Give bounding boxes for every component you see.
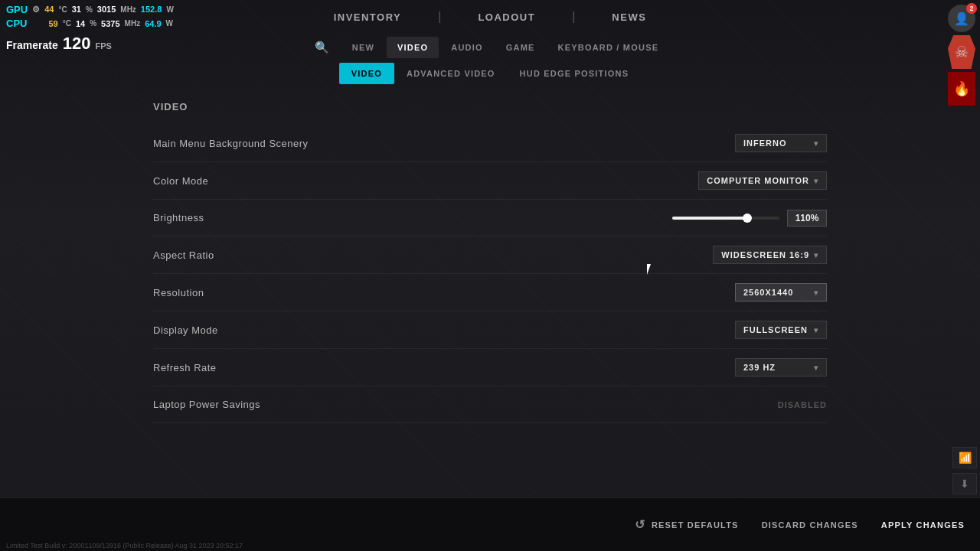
dropdown-display-mode[interactable]: FULLSCREEN ▾ [735, 321, 827, 339]
tab-keyboard-mouse[interactable]: KEYBOARD / MOUSE [547, 37, 670, 58]
laptop-power-disabled: DISABLED [778, 400, 827, 409]
dropdown-refresh-rate[interactable]: 239 HZ ▾ [735, 358, 827, 377]
setting-control-refresh-rate: 239 HZ ▾ [689, 358, 827, 377]
setting-label-resolution: Resolution [153, 287, 204, 298]
subtab-video[interactable]: VIDEO [339, 63, 394, 84]
setting-label-color-mode: Color Mode [153, 175, 208, 187]
top-nav: INVENTORY | LOADOUT | NEWS [0, 0, 980, 34]
dropdown-value-color-mode: COMPUTER MONITOR [707, 176, 809, 185]
setting-control-laptop-power: DISABLED [689, 400, 827, 409]
setting-label-brightness: Brightness [153, 212, 204, 223]
nav-item-inventory[interactable]: INVENTORY [328, 8, 408, 26]
discard-changes-button[interactable]: DISCARD CHANGES [762, 520, 858, 530]
subtab-advanced-video[interactable]: ADVANCED VIDEO [394, 63, 508, 84]
version-text: Limited Test Build v: 20001109/13916 (Pu… [6, 542, 243, 549]
section-title: Video [153, 101, 827, 112]
tab-new[interactable]: NEW [341, 37, 385, 58]
setting-label-display-mode: Display Mode [153, 324, 218, 336]
tab-game[interactable]: GAME [495, 37, 546, 58]
nav-item-loadout[interactable]: LOADOUT [472, 8, 541, 26]
main-content: Video Main Menu Background Scenery INFER… [0, 86, 980, 497]
chevron-down-icon: ▾ [814, 139, 818, 148]
subtabs-bar: VIDEO ADVANCED VIDEO HUD EDGE POSITIONS [0, 61, 980, 86]
subtab-hud-edge[interactable]: HUD EDGE POSITIONS [508, 63, 642, 84]
chevron-down-icon-4: ▾ [814, 289, 818, 297]
brightness-slider-fill [672, 217, 747, 220]
chevron-down-icon-2: ▾ [814, 177, 818, 185]
player-icon[interactable]: 👤 2 [948, 5, 975, 32]
nav-item-news[interactable]: NEWS [606, 8, 652, 26]
dropdown-value-refresh-rate: 239 HZ [743, 363, 776, 372]
setting-row-display-mode: Display Mode FULLSCREEN ▾ [153, 311, 827, 349]
settings-icon-btn[interactable]: ⬇ [952, 473, 977, 494]
player-avatar-icon: 👤 [954, 11, 969, 26]
setting-control-aspect-ratio: WIDESCREEN 16:9 ▾ [689, 246, 827, 264]
dropdown-value-display-mode: FULLSCREEN [743, 325, 808, 334]
setting-control-color-mode: COMPUTER MONITOR ▾ [689, 171, 827, 190]
setting-row-refresh-rate: Refresh Rate 239 HZ ▾ [153, 349, 827, 386]
setting-control-brightness: 110% [672, 210, 827, 227]
reset-defaults-button[interactable]: ↺ RESET DEFAULTS [635, 517, 739, 532]
search-button[interactable]: 🔍 [311, 36, 334, 59]
dropdown-value-aspect-ratio: WIDESCREEN 16:9 [721, 250, 809, 259]
setting-row-brightness: Brightness 110% [153, 200, 827, 236]
tab-audio[interactable]: AUDIO [440, 37, 493, 58]
search-icon: 🔍 [315, 41, 329, 54]
setting-row-main-menu-bg: Main Menu Background Scenery INFERNO ▾ [153, 125, 827, 162]
dropdown-aspect-ratio[interactable]: WIDESCREEN 16:9 ▾ [713, 246, 827, 264]
brightness-value: 110% [787, 210, 827, 227]
nav-sep-2: | [572, 10, 575, 24]
setting-row-aspect-ratio: Aspect Ratio WIDESCREEN 16:9 ▾ [153, 236, 827, 274]
setting-label-laptop-power: Laptop Power Savings [153, 399, 260, 410]
discard-changes-label: DISCARD CHANGES [762, 520, 858, 530]
tab-video[interactable]: VIDEO [387, 37, 439, 58]
setting-label-main-menu-bg: Main Menu Background Scenery [153, 138, 309, 149]
setting-control-resolution: 2560X1440 ▾ [689, 283, 827, 302]
brightness-slider-container: 110% [672, 210, 827, 227]
dropdown-value-main-menu-bg: INFERNO [743, 139, 787, 148]
setting-row-resolution: Resolution 2560X1440 ▾ [153, 274, 827, 311]
setting-row-color-mode: Color Mode COMPUTER MONITOR ▾ [153, 162, 827, 200]
tabs-bar: 🔍 NEW VIDEO AUDIO GAME KEYBOARD / MOUSE [0, 34, 980, 61]
dropdown-value-resolution: 2560X1440 [743, 288, 793, 297]
brightness-slider-thumb[interactable] [743, 214, 752, 223]
dropdown-color-mode[interactable]: COMPUTER MONITOR ▾ [698, 171, 827, 190]
reset-icon: ↺ [635, 517, 645, 532]
setting-label-refresh-rate: Refresh Rate [153, 362, 217, 373]
dropdown-resolution[interactable]: 2560X1440 ▾ [735, 283, 827, 302]
dropdown-main-menu-bg[interactable]: INFERNO ▾ [735, 134, 827, 152]
right-bottom-icons: 📶 ⬇ [949, 444, 980, 497]
setting-control-main-menu-bg: INFERNO ▾ [689, 134, 827, 152]
apply-changes-label: APPLY CHANGES [881, 520, 965, 530]
apply-changes-button[interactable]: APPLY CHANGES [881, 520, 965, 530]
setting-label-aspect-ratio: Aspect Ratio [153, 249, 214, 261]
chevron-down-icon-5: ▾ [814, 326, 818, 334]
setting-control-display-mode: FULLSCREEN ▾ [689, 321, 827, 339]
chevron-down-icon-3: ▾ [814, 251, 818, 259]
setting-row-laptop-power: Laptop Power Savings DISABLED [153, 386, 827, 423]
wifi-icon-btn[interactable]: 📶 [952, 447, 977, 468]
reset-defaults-label: RESET DEFAULTS [652, 520, 739, 530]
chevron-down-icon-6: ▾ [814, 364, 818, 372]
nav-sep-1: | [438, 10, 441, 24]
notification-badge: 2 [966, 3, 977, 14]
brightness-slider-track[interactable] [672, 217, 779, 220]
